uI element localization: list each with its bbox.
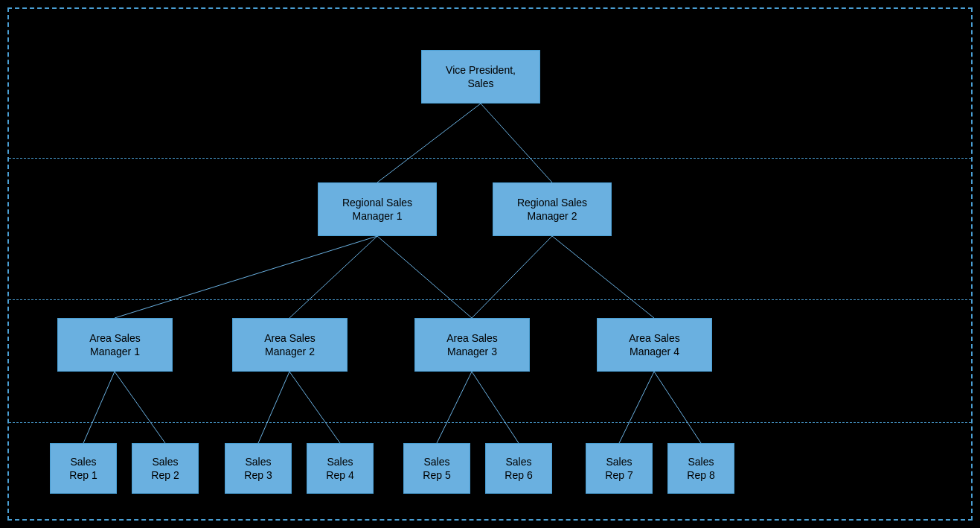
divider-level-2 xyxy=(9,299,971,300)
svg-line-9 xyxy=(258,372,289,443)
org-chart: Vice President,Sales Regional SalesManag… xyxy=(7,7,973,521)
sr5-node: SalesRep 5 xyxy=(403,443,470,494)
asm4-node: Area SalesManager 4 xyxy=(597,318,712,372)
svg-line-3 xyxy=(289,236,377,318)
svg-line-5 xyxy=(472,236,552,318)
sr1-node: SalesRep 1 xyxy=(50,443,117,494)
svg-line-13 xyxy=(619,372,654,443)
asm2-node: Area SalesManager 2 xyxy=(232,318,348,372)
svg-line-6 xyxy=(552,236,654,318)
sr3-node: SalesRep 3 xyxy=(225,443,292,494)
divider-level-3 xyxy=(9,422,971,423)
svg-line-12 xyxy=(472,372,519,443)
svg-line-8 xyxy=(115,372,165,443)
divider-level-1 xyxy=(9,158,971,159)
rsm1-node: Regional SalesManager 1 xyxy=(318,182,437,236)
svg-line-2 xyxy=(115,236,377,318)
svg-line-11 xyxy=(437,372,472,443)
svg-line-14 xyxy=(654,372,701,443)
svg-line-0 xyxy=(377,104,481,182)
svg-line-7 xyxy=(83,372,115,443)
sr8-node: SalesRep 8 xyxy=(667,443,734,494)
asm1-node: Area SalesManager 1 xyxy=(57,318,173,372)
rsm2-node: Regional SalesManager 2 xyxy=(493,182,612,236)
sr7-node: SalesRep 7 xyxy=(586,443,653,494)
sr4-node: SalesRep 4 xyxy=(307,443,374,494)
vp-node: Vice President,Sales xyxy=(421,50,540,104)
asm3-node: Area SalesManager 3 xyxy=(414,318,530,372)
svg-line-4 xyxy=(377,236,472,318)
sr6-node: SalesRep 6 xyxy=(485,443,552,494)
svg-line-1 xyxy=(481,104,552,182)
svg-line-10 xyxy=(289,372,340,443)
sr2-node: SalesRep 2 xyxy=(132,443,199,494)
